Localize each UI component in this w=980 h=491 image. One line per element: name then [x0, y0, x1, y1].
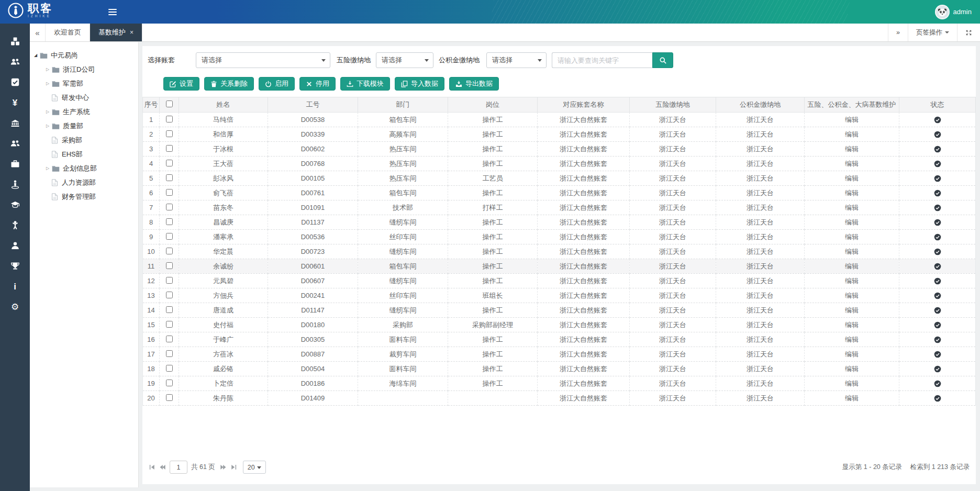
table-row[interactable]: 18戚必铬D00504面料车间操作工浙江大自然账套浙江天台浙江天台编辑	[143, 362, 976, 376]
edit-link[interactable]: 编辑	[845, 394, 859, 402]
edit-link[interactable]: 编辑	[845, 233, 859, 241]
caret-open-icon[interactable]: ◢	[32, 53, 39, 58]
tab-ops-dropdown[interactable]: 页签操作	[908, 24, 957, 41]
caret-right-icon[interactable]: ▷	[44, 81, 51, 86]
row-checkbox[interactable]	[166, 204, 173, 210]
edit-link[interactable]: 编辑	[845, 204, 859, 211]
tree-node[interactable]: ▷生产系统	[30, 105, 138, 119]
fullscreen-icon[interactable]	[957, 24, 980, 41]
table-row[interactable]: 14唐道成D01147缝纫车间操作工浙江大自然账套浙江天台浙江天台编辑	[143, 303, 976, 318]
tree-node[interactable]: ▷质量部	[30, 119, 138, 133]
account-select[interactable]: 请选择	[196, 52, 330, 68]
edit-link[interactable]: 编辑	[845, 248, 859, 255]
org-users-icon[interactable]	[9, 55, 21, 68]
tabs-scroll-left-icon[interactable]: «	[30, 24, 46, 41]
modules-icon[interactable]	[9, 35, 21, 48]
import-data-button[interactable]: 导入数据	[395, 77, 444, 91]
enable-button[interactable]: 启用	[259, 77, 295, 91]
search-input[interactable]	[552, 52, 652, 68]
table-row[interactable]: 10华定晨D00723缝纫车间操作工浙江大自然账套浙江天台浙江天台编辑	[143, 244, 976, 259]
edit-link[interactable]: 编辑	[845, 262, 859, 270]
tree-node[interactable]: 研发中心	[30, 91, 138, 105]
edit-link[interactable]: 编辑	[845, 174, 859, 182]
page-size-select[interactable]: 20	[243, 461, 266, 474]
table-row[interactable]: 13方佃兵D00241丝印车间班组长浙江大自然账套浙江天台浙江天台编辑	[143, 288, 976, 303]
tree-node-root[interactable]: ◢ 中元易尚	[30, 48, 138, 62]
street-view-icon[interactable]	[9, 178, 21, 191]
search-button[interactable]	[652, 52, 673, 68]
table-row[interactable]: 19卜定倍D00186海绵车间操作工浙江大自然账套浙江天台浙江天台编辑	[143, 376, 976, 391]
tree-node[interactable]: ▷军需部	[30, 76, 138, 91]
edit-link[interactable]: 编辑	[845, 145, 859, 153]
tab-base-maintenance[interactable]: 基数维护 ×	[90, 24, 142, 41]
settings-gears-icon[interactable]: ⚙	[9, 300, 21, 313]
caret-right-icon[interactable]: ▷	[44, 67, 51, 72]
table-row[interactable]: 6俞飞蓓D00761箱包车间操作工浙江大自然账套浙江天台浙江天台编辑	[143, 186, 976, 200]
row-checkbox[interactable]	[166, 160, 173, 166]
table-row[interactable]: 8昌诚庚D01137缝纫车间操作工浙江大自然账套浙江天台浙江天台编辑	[143, 215, 976, 230]
select-all-checkbox[interactable]	[166, 101, 173, 107]
row-checkbox[interactable]	[166, 365, 173, 372]
row-checkbox[interactable]	[166, 321, 173, 328]
last-page-icon[interactable]	[230, 464, 237, 471]
download-template-button[interactable]: 下载模块	[340, 77, 390, 91]
edit-link[interactable]: 编辑	[845, 380, 859, 387]
tree-node[interactable]: 财务管理部	[30, 189, 138, 204]
page-number-input[interactable]	[170, 461, 187, 474]
close-icon[interactable]: ×	[130, 29, 133, 36]
row-checkbox[interactable]	[166, 336, 173, 342]
tree-node[interactable]: 人力资源部	[30, 175, 138, 189]
child-icon[interactable]	[9, 219, 21, 231]
menu-toggle-icon[interactable]	[105, 0, 120, 24]
tree-node[interactable]: ▷企划信息部	[30, 161, 138, 175]
tree-node[interactable]: ▷浙江D公司	[30, 62, 138, 76]
table-row[interactable]: 11余诚纷D00601箱包车间操作工浙江大自然账套浙江天台浙江天台编辑	[143, 259, 976, 274]
edit-link[interactable]: 编辑	[845, 350, 859, 358]
table-row[interactable]: 20朱丹陈D01409浙江大自然账套浙江天台浙江天台编辑	[143, 391, 976, 406]
fund-place-select[interactable]: 请选择	[486, 52, 547, 68]
bank-icon[interactable]	[9, 117, 21, 129]
disable-button[interactable]: 停用	[299, 77, 336, 91]
salary-icon[interactable]: ¥	[9, 96, 21, 109]
table-row[interactable]: 7苗东冬D01091技术部打样工浙江大自然账套浙江天台浙江天台编辑	[143, 200, 976, 215]
tree-node[interactable]: EHS部	[30, 147, 138, 161]
row-checkbox[interactable]	[166, 277, 173, 284]
table-row[interactable]: 12元凤碧D00607缝纫车间操作工浙江大自然账套浙江天台浙江天台编辑	[143, 274, 976, 288]
trophy-icon[interactable]	[9, 260, 21, 272]
edit-link[interactable]: 编辑	[845, 277, 859, 285]
table-row[interactable]: 2和倍厚D00339高频车间操作工浙江大自然账套浙江天台浙江天台编辑	[143, 127, 976, 142]
prev-page-icon[interactable]	[159, 464, 166, 471]
table-row[interactable]: 16于峰广D00305面料车间操作工浙江大自然账套浙江天台浙江天台编辑	[143, 332, 976, 347]
edit-link[interactable]: 编辑	[845, 116, 859, 124]
caret-right-icon[interactable]: ▷	[44, 124, 51, 128]
row-checkbox[interactable]	[166, 306, 173, 313]
first-page-icon[interactable]	[149, 464, 155, 471]
row-checkbox[interactable]	[166, 350, 173, 357]
row-checkbox[interactable]	[166, 394, 173, 401]
table-row[interactable]: 17方蓓冰D00887裁剪车间操作工浙江大自然账套浙江天台浙江天台编辑	[143, 347, 976, 362]
graduation-cap-icon[interactable]	[9, 198, 21, 211]
row-checkbox[interactable]	[166, 218, 173, 225]
tabs-scroll-right-icon[interactable]: »	[888, 24, 908, 41]
caret-right-icon[interactable]: ▷	[44, 166, 51, 171]
table-row[interactable]: 9潘寒承D00536丝印车间操作工浙江大自然账套浙江天台浙江天台编辑	[143, 230, 976, 244]
table-row[interactable]: 1马纯倍D00538箱包车间操作工浙江大自然账套浙江天台浙江天台编辑	[143, 113, 976, 127]
row-checkbox[interactable]	[166, 262, 173, 269]
user-icon[interactable]	[9, 239, 21, 252]
edit-link[interactable]: 编辑	[845, 321, 859, 329]
next-page-icon[interactable]	[220, 464, 227, 471]
tree-node[interactable]: 采购部	[30, 133, 138, 147]
briefcase-icon[interactable]	[9, 158, 21, 170]
team-icon[interactable]	[9, 137, 21, 150]
export-data-button[interactable]: 导出数据	[449, 77, 499, 91]
edit-link[interactable]: 编辑	[845, 365, 859, 373]
insurance-place-select[interactable]: 请选择	[376, 52, 433, 68]
row-checkbox[interactable]	[166, 233, 173, 240]
edit-link[interactable]: 编辑	[845, 306, 859, 314]
tasks-icon[interactable]	[9, 76, 21, 88]
row-checkbox[interactable]	[166, 292, 173, 298]
relation-delete-button[interactable]: 关系删除	[204, 77, 254, 91]
settings-button[interactable]: 设置	[163, 77, 199, 91]
info-icon[interactable]: i	[9, 280, 21, 293]
row-checkbox[interactable]	[166, 380, 173, 386]
